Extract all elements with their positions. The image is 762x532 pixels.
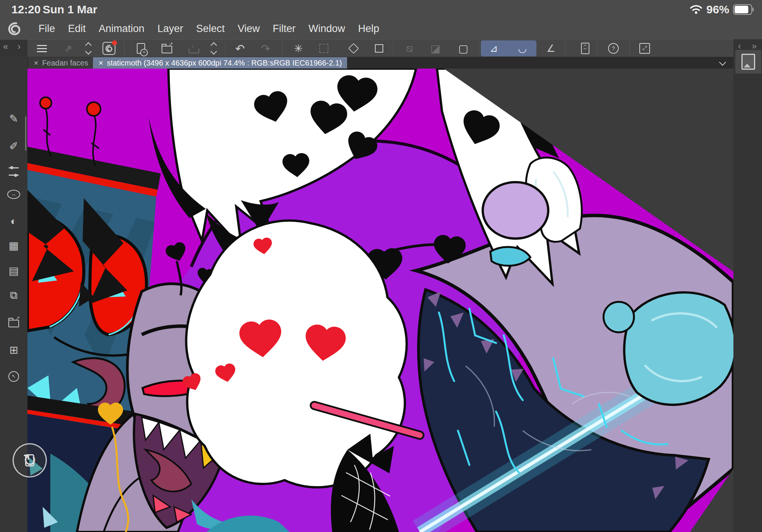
clock: 12:20 xyxy=(11,3,41,16)
collapse-header-icon[interactable] xyxy=(79,40,98,57)
rotate-device-icon xyxy=(25,454,34,466)
notification-badge xyxy=(112,40,117,45)
navigator-icon[interactable]: ↖ xyxy=(0,367,27,386)
companion-mode-icon[interactable]: ▪▪▪▪ xyxy=(576,40,594,57)
select-launcher-icon[interactable]: ✳ xyxy=(289,40,307,57)
right-panel-strip: ‹ » xyxy=(733,39,762,532)
transform-icon[interactable] xyxy=(370,40,388,57)
layer-panel-icon[interactable]: ⧉ xyxy=(0,286,27,304)
share-icon: ⇗ xyxy=(59,40,77,57)
clip-studio-paint-logo xyxy=(8,22,21,35)
menu-window[interactable]: Window xyxy=(302,18,352,39)
sidebar-scrollbar[interactable] xyxy=(25,116,26,151)
save-icon xyxy=(185,40,203,57)
main-menu-icon[interactable] xyxy=(33,40,51,57)
timeline-icon[interactable]: ▤ xyxy=(0,261,27,280)
rotate-device-button[interactable]: ↻ xyxy=(13,443,47,478)
snap-to-grid-icon[interactable]: ∠ xyxy=(542,40,560,57)
wifi-icon xyxy=(690,5,703,14)
tab-label: staticmoth (3496 x 4636px 600dpi 74.4% :… xyxy=(107,59,342,67)
color-set-icon[interactable]: ▦ xyxy=(0,236,27,255)
date: Sun 1 Mar xyxy=(43,3,97,16)
menu-layer[interactable]: Layer xyxy=(151,18,190,39)
sub-tool-icon[interactable]: ✐ xyxy=(0,137,27,155)
collapse-bar-icon[interactable] xyxy=(205,40,223,57)
color-wheel-icon[interactable]: ◐ xyxy=(0,212,27,231)
invert-selection-icon: ⧅ xyxy=(400,40,419,57)
tab-staticmoth[interactable]: ✕ staticmoth (3496 x 4636px 600dpi 74.4%… xyxy=(93,57,347,69)
new-canvas-icon[interactable] xyxy=(132,40,150,57)
command-bar: « › ⇗ ↶ ↷ ✳ ⧅ ◪ ▢ ⊿ ◡ ∠ ▪▪▪▪ ? xyxy=(0,39,762,57)
menu-animation[interactable]: Animation xyxy=(92,18,151,39)
undo-icon[interactable]: ↶ xyxy=(231,40,249,57)
close-icon[interactable]: ✕ xyxy=(98,59,103,67)
menu-edit[interactable]: Edit xyxy=(62,18,93,39)
menu-help[interactable]: Help xyxy=(352,18,386,39)
canvas-artwork[interactable] xyxy=(27,69,733,532)
menu-select[interactable]: Select xyxy=(190,18,231,39)
expand-selection-icon: ◪ xyxy=(426,40,445,57)
menu-bar: File Edit Animation Layer Select View Fi… xyxy=(0,18,762,39)
snap-to-special-ruler-icon[interactable]: ◡ xyxy=(513,40,531,57)
clip-studio-app-icon[interactable] xyxy=(100,40,118,57)
selection-border-icon[interactable]: ▢ xyxy=(454,40,472,57)
close-icon[interactable]: ✕ xyxy=(34,59,38,67)
canvas-preview-panel-button[interactable] xyxy=(735,50,761,74)
expand-right-icon[interactable]: › xyxy=(18,41,21,52)
clear-selection-icon[interactable] xyxy=(344,40,363,57)
menu-file[interactable]: File xyxy=(32,18,62,39)
menu-filter[interactable]: Filter xyxy=(266,18,302,39)
tool-property-icon[interactable] xyxy=(0,162,27,181)
battery-icon xyxy=(733,4,752,15)
collapse-double-left-icon[interactable]: « xyxy=(3,41,8,52)
deselect-icon xyxy=(315,40,333,57)
tab-label: Feadan faces xyxy=(42,59,88,67)
chevron-down-icon[interactable] xyxy=(719,59,726,66)
material-panel-icon[interactable] xyxy=(0,313,27,332)
redo-icon: ↷ xyxy=(256,40,275,57)
ipad-status-bar: 12:20 Sun 1 Mar 96% xyxy=(0,0,762,18)
battery-percent: 96% xyxy=(706,3,729,16)
tab-feadan-faces[interactable]: ✕ Feadan faces xyxy=(28,57,94,69)
pen-tool-icon[interactable]: ✎ xyxy=(0,109,27,128)
snap-to-ruler-icon[interactable]: ⊿ xyxy=(485,40,503,57)
brush-size-icon[interactable]: ↔ xyxy=(0,185,27,204)
layer-property-icon[interactable]: ⊞ xyxy=(0,341,27,359)
open-file-icon[interactable] xyxy=(158,40,176,57)
menu-view[interactable]: View xyxy=(231,18,266,39)
fullscreen-icon[interactable]: ⤢ xyxy=(636,40,654,57)
canvas-preview-panel-icon xyxy=(741,54,755,70)
help-icon[interactable]: ? xyxy=(604,40,623,57)
sidebar-collapse-block: « › xyxy=(0,40,27,58)
document-tab-bar: ✕ Feadan faces ✕ staticmoth (3496 x 4636… xyxy=(27,57,733,69)
clip-studio-paint-app: 12:20 Sun 1 Mar 96% File Edit Animation … xyxy=(0,0,762,532)
